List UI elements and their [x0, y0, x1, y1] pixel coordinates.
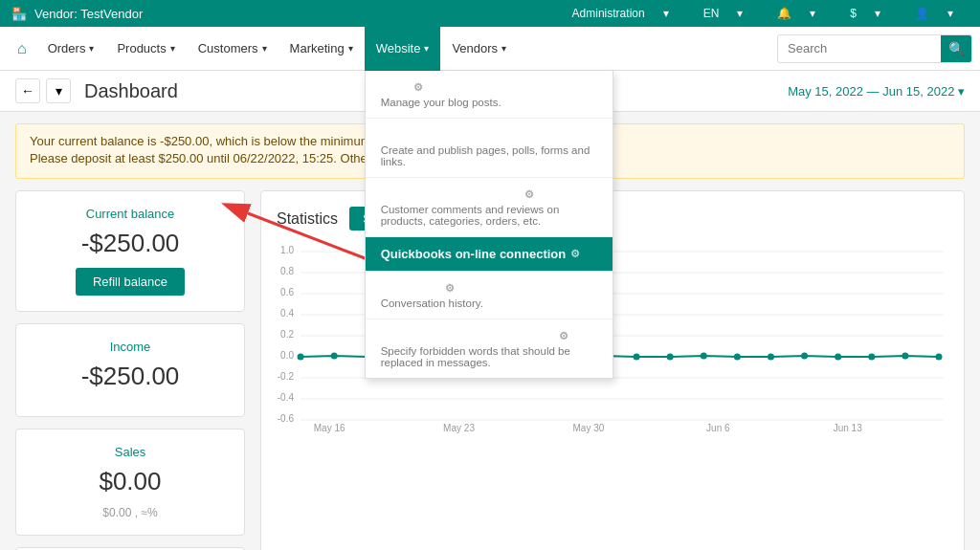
current-balance-label: Current balance [32, 207, 229, 221]
svg-text:May 16: May 16 [314, 423, 345, 433]
dropdown-button[interactable]: ▾ [46, 78, 71, 103]
svg-text:May 30: May 30 [573, 423, 605, 433]
home-button[interactable]: ⌂ [8, 40, 36, 57]
current-balance-card: Current balance -$250.00 Refill balance [15, 190, 245, 312]
search-button[interactable]: 🔍 [941, 34, 971, 63]
nav-products[interactable]: Products ▾ [105, 27, 186, 71]
svg-text:0.2: 0.2 [280, 329, 294, 340]
dropdown-item-messenger[interactable]: Messenger: Forbidden words ⚙ Specify for… [366, 319, 612, 378]
customers-caret: ▾ [262, 43, 267, 54]
plugin-icon-comments: ⚙ [524, 188, 534, 201]
marketing-caret: ▾ [348, 43, 353, 54]
income-card: Income -$250.00 [15, 323, 245, 417]
topbar-vendor: 🏪 Vendor: TestVendor [11, 7, 143, 21]
svg-text:0.8: 0.8 [280, 266, 294, 276]
current-balance-value: -$250.00 [32, 229, 229, 258]
nav-customers[interactable]: Customers ▾ [187, 27, 278, 71]
svg-point-19 [331, 353, 338, 360]
nav-orders[interactable]: Orders ▾ [36, 27, 106, 71]
svg-text:0.0: 0.0 [280, 350, 294, 361]
lang-caret: ▾ [729, 7, 750, 20]
plugin-icon-blog: ⚙ [413, 81, 423, 94]
sales-sub: $0.00 , ≈% [32, 506, 229, 519]
svg-point-36 [902, 353, 908, 360]
dropdown-item-pages[interactable]: Pages Create and publish pages, polls, f… [366, 119, 612, 178]
dropdown-item-blog[interactable]: Blog ⚙ Manage your blog posts. [366, 71, 612, 119]
svg-point-37 [935, 354, 942, 361]
vendors-caret: ▾ [501, 43, 506, 54]
website-caret: ▾ [424, 43, 429, 54]
svg-point-35 [868, 354, 875, 361]
sales-card: Sales $0.00 $0.00 , ≈% [15, 429, 245, 536]
store-icon: 🏪 [11, 7, 27, 21]
plugin-icon-messenger: ⚙ [559, 330, 568, 342]
plugin-icon-messages: ⚙ [445, 282, 455, 295]
left-column: Current balance -$250.00 Refill balance … [15, 190, 245, 550]
svg-text:1.0: 1.0 [280, 245, 294, 255]
lang-menu[interactable]: EN ▾ [688, 7, 759, 20]
income-label: Income [32, 340, 229, 354]
dropdown-item-comments[interactable]: Comments and reviews ⚙ Customer comments… [366, 178, 612, 237]
dollar-caret: ▾ [867, 7, 888, 20]
topbar-actions: Administration ▾ EN ▾ 🔔 ▾ $ ▾ 👤 ▾ [557, 7, 969, 20]
svg-point-18 [298, 354, 304, 361]
nav-website[interactable]: Website ▾ Blog ⚙ Manage your blog posts.… [365, 27, 441, 71]
search-box[interactable]: 🔍 [777, 34, 972, 63]
svg-point-34 [835, 354, 841, 361]
bell-caret: ▾ [802, 7, 823, 20]
user-icon: 👤 [907, 7, 937, 20]
user-menu[interactable]: 👤 ▾ [900, 7, 969, 20]
svg-point-33 [801, 353, 808, 360]
nav-marketing[interactable]: Marketing ▾ [278, 27, 365, 71]
svg-text:May 23: May 23 [443, 423, 475, 433]
user-caret: ▾ [940, 7, 961, 20]
dropdown-item-messages[interactable]: Messages ⚙ Conversation history. [366, 272, 612, 319]
svg-point-30 [701, 353, 707, 360]
svg-text:0.6: 0.6 [280, 287, 294, 297]
sales-value: $0.00 [32, 467, 229, 496]
statistics-title: Statistics [277, 210, 338, 228]
dropdown-item-quickbooks[interactable]: Quickbooks on-line connection ⚙ [366, 237, 612, 272]
admin-caret: ▾ [656, 7, 677, 20]
bell-icon: 🔔 [769, 7, 799, 20]
vendor-label: Vendor: TestVendor [34, 7, 143, 21]
income-value: -$250.00 [32, 362, 229, 391]
svg-point-29 [667, 354, 674, 361]
date-range[interactable]: May 15, 2022 — Jun 15, 2022 ▾ [788, 84, 965, 99]
topbar: 🏪 Vendor: TestVendor Administration ▾ EN… [0, 0, 980, 27]
orders-caret: ▾ [89, 43, 94, 54]
svg-text:Jun 13: Jun 13 [834, 423, 863, 433]
back-button[interactable]: ← [15, 78, 40, 103]
admin-menu[interactable]: Administration ▾ [557, 7, 684, 20]
search-input[interactable] [778, 41, 941, 55]
svg-point-31 [734, 354, 741, 361]
refill-balance-button[interactable]: Refill balance [76, 268, 185, 296]
breadcrumb-nav: ← ▾ Dashboard [15, 78, 178, 103]
sales-label: Sales [32, 445, 229, 459]
svg-text:Jun 6: Jun 6 [706, 423, 730, 433]
svg-point-28 [634, 354, 640, 361]
nav-vendors[interactable]: Vendors ▾ [440, 27, 518, 71]
plugin-icon-quickbooks: ⚙ [570, 248, 580, 260]
svg-text:-0.2: -0.2 [278, 371, 295, 382]
svg-text:-0.4: -0.4 [278, 392, 295, 403]
svg-point-32 [768, 354, 774, 361]
products-caret: ▾ [170, 43, 175, 54]
dollar-icon: $ [842, 7, 864, 20]
svg-text:0.4: 0.4 [280, 308, 294, 319]
website-dropdown: Blog ⚙ Manage your blog posts. Pages Cre… [365, 71, 613, 379]
page-title: Dashboard [84, 80, 178, 102]
bell-menu[interactable]: 🔔 ▾ [762, 7, 831, 20]
navbar: ⌂ Orders ▾ Products ▾ Customers ▾ Market… [0, 27, 980, 71]
svg-text:-0.6: -0.6 [278, 413, 295, 424]
dollar-menu[interactable]: $ ▾ [835, 7, 896, 20]
